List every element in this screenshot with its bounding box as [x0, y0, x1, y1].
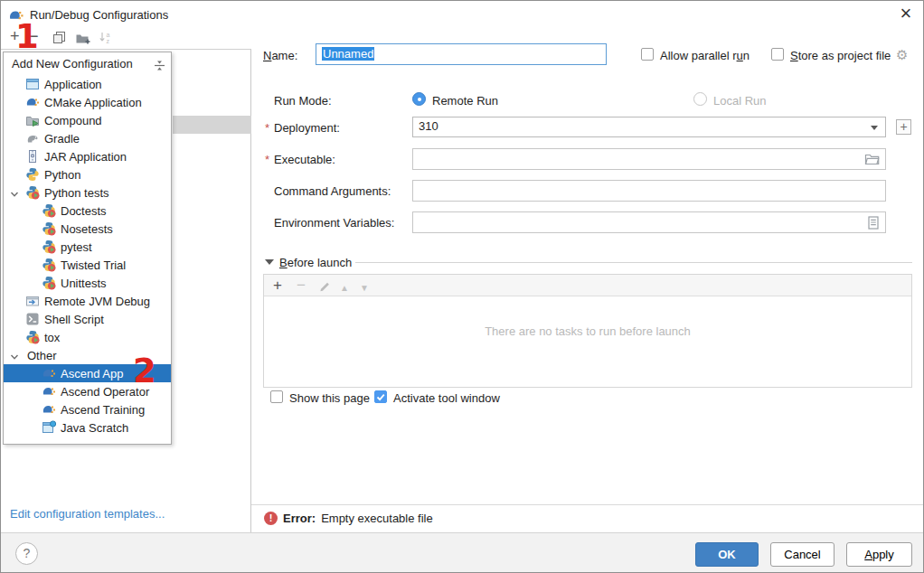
sort-configurations-icon[interactable]: az [99, 31, 113, 47]
python-tests-icon [42, 240, 56, 254]
local-run-label: Local Run [713, 94, 767, 108]
sidebar-item-label: Unittests [61, 277, 107, 290]
sidebar-item-twisted-trial[interactable]: Twisted Trial [4, 256, 171, 274]
name-value: Unnamed [322, 47, 374, 61]
remote-run-label[interactable]: Remote Run [432, 94, 498, 108]
chevron-down-icon[interactable] [10, 188, 19, 197]
allow-parallel-run-checkbox[interactable] [641, 48, 654, 61]
deployment-value: 310 [413, 117, 885, 136]
sidebar-item-label: Gradle [44, 132, 80, 146]
sidebar-item-label: Python [44, 168, 80, 182]
move-up-icon: ▲ [340, 278, 349, 297]
remote-run-radio[interactable] [412, 92, 426, 106]
before-launch-rule [355, 262, 912, 263]
help-button[interactable]: ? [15, 542, 38, 565]
python-tests-icon [42, 221, 56, 236]
sidebar-item-other[interactable]: Other [4, 346, 171, 364]
local-run-radio [693, 92, 707, 106]
run-debug-config-icon [8, 7, 24, 23]
application-icon [25, 77, 40, 91]
add-new-configuration-popup: Add New Configuration ApplicationCMake A… [3, 52, 172, 445]
deployment-label: Deployment: [274, 121, 340, 135]
sidebar-item-remote-jvm-debug[interactable]: Remote JVM Debug [4, 292, 171, 310]
activate-tool-window-checkbox[interactable] [374, 390, 387, 403]
sidebar-item-nosetests[interactable]: Nosetests [4, 220, 171, 238]
cmake-icon [25, 95, 40, 109]
run-mode-label: Run Mode: [274, 94, 332, 108]
sidebar-item-java-scratch[interactable]: Java Scratch [4, 418, 171, 437]
before-launch-collapse-icon[interactable] [265, 259, 274, 265]
error-label: Error: [283, 512, 316, 525]
new-folder-icon[interactable] [75, 32, 90, 48]
show-this-page-label: Show this page [289, 391, 370, 405]
sidebar-item-doctests[interactable]: Doctests [4, 202, 171, 220]
sidebar-item-cmake-application[interactable]: CMake Application [4, 93, 171, 111]
allow-parallel-run-label: Allow parallel run [660, 49, 750, 62]
sidebar-item-label: Remote JVM Debug [44, 295, 150, 308]
environment-variables-input[interactable] [412, 211, 886, 233]
move-down-icon: ▼ [360, 278, 369, 297]
collapse-icon[interactable] [153, 57, 166, 70]
command-arguments-input[interactable] [412, 180, 886, 202]
env-list-icon[interactable] [868, 216, 879, 232]
remove-configuration-button[interactable]: − [29, 28, 39, 44]
edit-task-icon [318, 279, 331, 295]
error-separator [251, 504, 924, 505]
error-row: ! Error: Empty executable file [264, 512, 433, 525]
sidebar-item-pytest[interactable]: pytest [4, 238, 171, 256]
sidebar-item-label: Compound [44, 114, 102, 127]
ok-button[interactable]: OK [695, 542, 759, 567]
ascend-icon [42, 366, 56, 380]
sidebar-item-label: Nosetests [61, 222, 113, 236]
sidebar-item-shell-script[interactable]: Shell Script [4, 310, 171, 328]
sidebar-item-compound[interactable]: Compound [4, 111, 171, 129]
sidebar-item-ascend-app[interactable]: Ascend App [4, 364, 171, 382]
add-configuration-button[interactable]: + [10, 28, 20, 44]
show-this-page-checkbox[interactable] [270, 390, 283, 403]
close-icon[interactable]: × [894, 3, 918, 26]
edit-configuration-templates-link[interactable]: Edit configuration templates... [10, 507, 165, 521]
before-launch-toolbar: + − ▲ ▼ [264, 275, 911, 296]
sidebar-item-label: Python tests [44, 186, 109, 200]
store-as-project-file-checkbox[interactable] [771, 48, 784, 61]
name-input[interactable]: Unnamed [316, 43, 607, 65]
sidebar-item-jar-application[interactable]: JAR Application [4, 147, 171, 165]
executable-required-asterisk: * [265, 153, 269, 166]
executable-input[interactable] [412, 148, 886, 170]
svg-text:z: z [107, 38, 110, 44]
apply-button[interactable]: Apply [846, 542, 912, 567]
copy-configuration-icon[interactable] [52, 31, 66, 47]
sidebar-item-application[interactable]: Application [4, 75, 171, 93]
environment-variables-label: Environment Variables: [274, 216, 394, 230]
jar-icon [25, 149, 40, 164]
add-task-icon[interactable]: + [273, 276, 282, 295]
sidebar-item-gradle[interactable]: Gradle [4, 129, 171, 147]
ascend-icon [42, 384, 56, 399]
sidebar-item-python[interactable]: Python [4, 165, 171, 183]
cancel-button[interactable]: Cancel [770, 542, 834, 567]
remote-jvm-icon [25, 294, 40, 308]
sidebar-item-python-tests[interactable]: Python tests [4, 183, 171, 202]
sidebar-item-label: tox [44, 331, 60, 344]
ascend-icon [42, 402, 56, 417]
sidebar-item-label: Doctests [61, 204, 107, 218]
sidebar-item-tox[interactable]: tox [4, 328, 171, 346]
sidebar-item-ascend-training[interactable]: Ascend Training [4, 400, 171, 418]
gear-icon[interactable]: ⚙ [896, 48, 908, 62]
footer-bar: ? OK Cancel Apply [1, 532, 924, 573]
sidebar-item-label: Twisted Trial [61, 258, 126, 272]
sidebar-item-unittests[interactable]: Unittests [4, 274, 171, 292]
deployment-select[interactable]: 310 [412, 117, 886, 137]
error-icon: ! [264, 512, 278, 525]
java-scratch-icon [42, 420, 56, 435]
before-launch-task-list: + − ▲ ▼ There are no tasks to run before… [263, 274, 912, 388]
compound-icon [25, 113, 40, 127]
chevron-down-icon[interactable] [10, 351, 19, 360]
add-deployment-icon[interactable]: + [896, 119, 911, 135]
folder-browse-icon[interactable] [864, 153, 880, 169]
svg-text:a: a [107, 32, 110, 38]
sidebar-item-ascend-operator[interactable]: Ascend Operator [4, 382, 171, 400]
name-label: Name: [263, 49, 297, 62]
deployment-required-asterisk: * [265, 121, 269, 135]
executable-label: Executable: [274, 153, 335, 166]
